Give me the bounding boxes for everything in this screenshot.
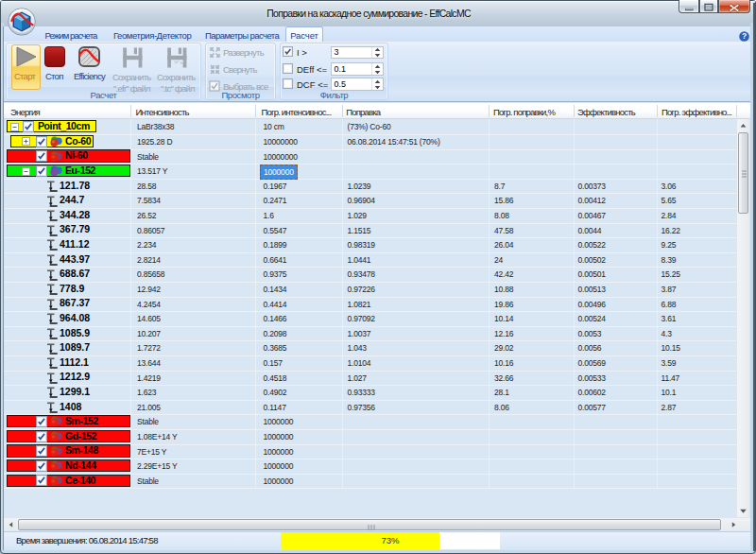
svg-text:?: ?	[742, 31, 747, 41]
